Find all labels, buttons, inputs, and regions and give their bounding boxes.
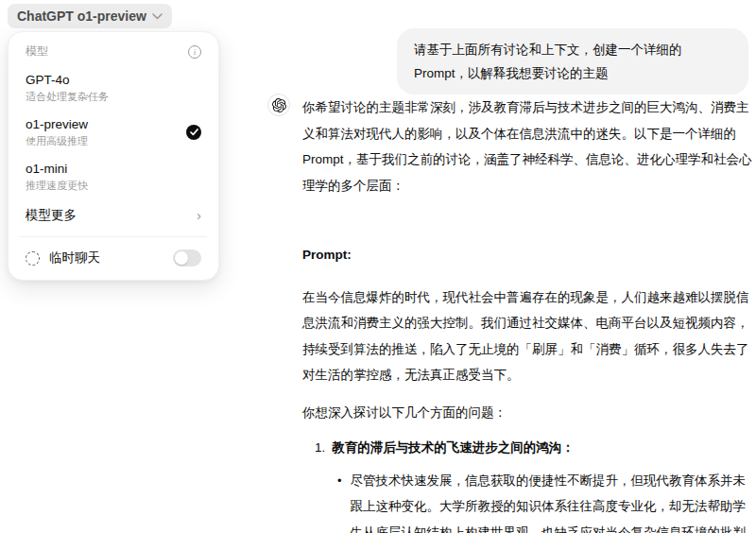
topic-bullet: • 尽管技术快速发展，信息获取的便捷性不断提升，但现代教育体系并未跟上这种变化。… [302,468,753,533]
list-intro-paragraph: 你想深入探讨以下几个方面的问题： [302,400,753,426]
user-message-bubble: 请基于上面所有讨论和上下文，创建一个详细的Prompt，以解释我想要讨论的主题 [397,28,748,95]
topics-list: 1. 教育的滞后与技术的飞速进步之间的鸿沟： • 尽管技术快速发展，信息获取的便… [302,435,753,533]
model-description: 适合处理复杂任务 [26,90,109,103]
model-menu-panel: 模型 i GPT-4o 适合处理复杂任务 o1-preview 使用高级推理 o… [8,31,219,281]
menu-item-more-models[interactable]: 模型更多 › [14,198,213,232]
temporary-chat-toggle[interactable] [173,249,201,266]
menu-item-gpt-4o[interactable]: GPT-4o 适合处理复杂任务 [14,65,213,110]
model-menu-title: 模型 [26,43,48,60]
chevron-right-icon: › [197,211,201,220]
chevron-down-icon [152,13,163,20]
temporary-chat-label: 临时聊天 [49,249,163,266]
topic-number: 1. [315,435,325,461]
assistant-message-content: 你希望讨论的主题非常深刻，涉及教育滞后与技术进步之间的巨大鸿沟、消费主义和算法对… [302,94,753,533]
model-menu-header: 模型 i [14,40,213,65]
more-models-label: 模型更多 [26,207,77,224]
menu-divider [20,236,207,237]
toggle-knob [175,251,188,265]
temporary-chat-row[interactable]: 临时聊天 [14,241,213,274]
assistant-intro-paragraph: 你希望讨论的主题非常深刻，涉及教育滞后与技术进步之间的巨大鸿沟、消费主义和算法对… [302,95,753,198]
bullet-text: 尽管技术快速发展，信息获取的便捷性不断提升，但现代教育体系并未跟上这种变化。大学… [351,468,753,533]
menu-item-o1-preview[interactable]: o1-preview 使用高级推理 [14,110,213,154]
model-switcher-label: ChatGPT o1-preview [17,9,146,24]
topic-title: 教育的滞后与技术的飞速进步之间的鸿沟： [332,435,575,461]
topic-item-1: 1. 教育的滞后与技术的飞速进步之间的鸿沟： • 尽管技术快速发展，信息获取的便… [302,435,753,533]
model-name: o1-mini [26,161,88,177]
temporary-chat-icon [26,251,40,266]
model-name: GPT-4o [26,72,109,88]
model-description: 使用高级推理 [26,134,88,147]
prompt-heading: Prompt: [302,242,753,268]
selected-check-icon [186,125,201,140]
info-icon[interactable]: i [188,45,201,59]
menu-item-o1-mini[interactable]: o1-mini 推理速度更快 [14,154,213,198]
model-name: o1-preview [26,116,88,132]
model-description: 推理速度更快 [26,179,88,192]
prompt-body-paragraph: 在当今信息爆炸的时代，现代社会中普遍存在的现象是，人们越来越难以摆脱信息洪流和消… [302,284,753,388]
bullet-icon: • [337,468,342,533]
openai-logo-icon [267,94,290,116]
model-switcher-button[interactable]: ChatGPT o1-preview [8,4,172,28]
assistant-message: 你希望讨论的主题非常深刻，涉及教育滞后与技术进步之间的巨大鸿沟、消费主义和算法对… [267,94,753,533]
